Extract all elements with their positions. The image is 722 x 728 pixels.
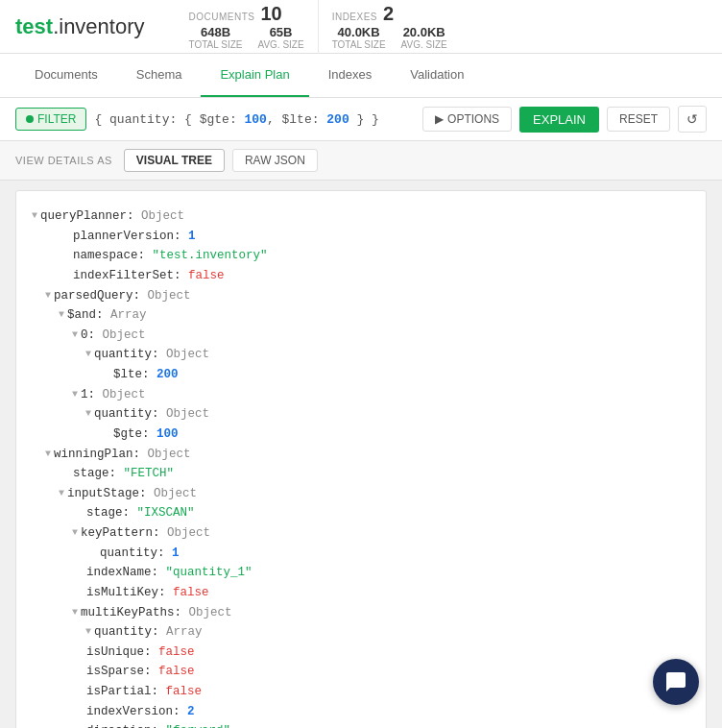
options-arrow-icon: ▶ [435, 112, 444, 126]
tree-row: 1: Object [32, 385, 690, 405]
tree-row: indexName: "quantity_1" [32, 563, 690, 583]
indexes-avg-size-value: 20.0KB [403, 25, 445, 39]
tab-schema[interactable]: Schema [117, 54, 202, 97]
total-size-label: TOTAL SIZE [189, 39, 243, 50]
indexes-total-size-value: 40.0KB [338, 25, 380, 39]
tab-indexes[interactable]: Indexes [309, 54, 392, 97]
chat-icon [664, 670, 687, 693]
filter-dot [26, 115, 34, 123]
tree-row: inputStage: Object [32, 484, 690, 504]
reset-button[interactable]: RESET [607, 107, 670, 132]
app-title-bold: test [15, 14, 53, 38]
tree-row: multiKeyPaths: Object [32, 603, 690, 623]
toggle-query-planner[interactable] [32, 208, 37, 225]
toggle-key-pattern[interactable] [72, 525, 78, 542]
app-title-rest: inventory [59, 14, 144, 38]
nav-tabs: Documents Schema Explain Plan Indexes Va… [0, 54, 722, 98]
indexes-stat: INDEXES 2 40.0KB TOTAL SIZE 20.0KB AVG. … [319, 0, 461, 54]
toggle-quantity-gte[interactable] [85, 406, 91, 423]
options-label: OPTIONS [447, 112, 499, 126]
visual-tree-button[interactable]: VISUAL TREE [124, 149, 225, 172]
tree-row: keyPattern: Object [32, 523, 690, 544]
explain-tree: queryPlanner: Object plannerVersion: 1 n… [32, 206, 690, 728]
tree-row: stage: "IXSCAN" [32, 503, 690, 523]
tree-row: $gte: 100 [32, 425, 690, 445]
tree-row: winningPlan: Object [32, 445, 690, 465]
tree-row: $and: Array [32, 305, 690, 326]
app-title: test.inventory [15, 14, 145, 39]
tab-documents[interactable]: Documents [15, 54, 117, 97]
tree-row: isMultiKey: false [32, 583, 690, 603]
documents-stat: DOCUMENTS 10 648B TOTAL SIZE 65B AVG. SI… [176, 0, 319, 54]
tree-row: isSparse: false [32, 662, 690, 682]
tree-row: plannerVersion: 1 [32, 227, 690, 247]
tab-explain-plan[interactable]: Explain Plan [201, 54, 308, 97]
history-button[interactable]: ↺ [678, 106, 707, 133]
tree-row: $lte: 200 [32, 365, 690, 385]
indexes-count: 2 [383, 3, 394, 25]
tree-row: quantity: 1 [32, 544, 690, 564]
chat-bubble[interactable] [653, 659, 699, 705]
tree-row: parsedQuery: Object [32, 286, 690, 306]
tree-row: queryPlanner: Object [32, 206, 690, 227]
raw-json-button[interactable]: RAW JSON [232, 149, 318, 172]
tab-validation[interactable]: Validation [391, 54, 483, 97]
header: test.inventory DOCUMENTS 10 648B TOTAL S… [0, 0, 722, 54]
tree-row: quantity: Array [32, 622, 690, 643]
tree-row: quantity: Object [32, 345, 690, 365]
documents-count: 10 [260, 3, 281, 25]
toggle-input-stage[interactable] [59, 486, 64, 502]
tree-row: indexFilterSet: false [32, 266, 690, 286]
history-icon: ↺ [686, 111, 698, 127]
tree-row: isPartial: false [32, 682, 690, 702]
view-toggle-label: VIEW DETAILS AS [15, 155, 112, 166]
documents-label: DOCUMENTS [189, 12, 255, 22]
toggle-and[interactable] [59, 307, 64, 324]
main-content: queryPlanner: Object plannerVersion: 1 n… [15, 190, 707, 728]
options-button[interactable]: ▶ OPTIONS [422, 107, 512, 132]
avg-size-label: AVG. SIZE [257, 39, 303, 50]
tree-row: quantity: Object [32, 404, 690, 425]
indexes-label: INDEXES [332, 12, 377, 22]
tree-row: direction: "forward" [32, 721, 690, 728]
view-toggle: VIEW DETAILS AS VISUAL TREE RAW JSON [0, 141, 722, 181]
tree-row: isUnique: false [32, 643, 690, 663]
indexes-total-size-label: TOTAL SIZE [332, 39, 386, 50]
tree-row: 0: Object [32, 326, 690, 346]
header-stats: DOCUMENTS 10 648B TOTAL SIZE 65B AVG. SI… [176, 0, 707, 54]
toggle-winning-plan[interactable] [45, 447, 51, 463]
explain-button[interactable]: EXPLAIN [519, 107, 599, 133]
avg-size-value: 65B [270, 25, 293, 39]
toggle-and-1[interactable] [72, 387, 78, 403]
filter-button[interactable]: FILTER [15, 108, 86, 131]
tree-row: indexVersion: 2 [32, 702, 690, 722]
filter-bar: FILTER { quantity: { $gte: 100, $lte: 20… [0, 98, 722, 141]
toggle-parsed-query[interactable] [45, 288, 51, 304]
indexes-avg-size-label: AVG. SIZE [401, 39, 447, 50]
filter-label: FILTER [37, 112, 76, 126]
total-size-value: 648B [201, 25, 230, 39]
tree-row: namespace: "test.inventory" [32, 246, 690, 266]
toggle-multi-key-paths[interactable] [72, 605, 78, 621]
toggle-quantity-lte[interactable] [85, 347, 91, 363]
tree-row: stage: "FETCH" [32, 464, 690, 484]
toggle-mkp-quantity[interactable] [85, 624, 91, 641]
filter-query: { quantity: { $gte: 100, $lte: 200 } } [94, 112, 415, 127]
toggle-and-0[interactable] [72, 328, 78, 344]
